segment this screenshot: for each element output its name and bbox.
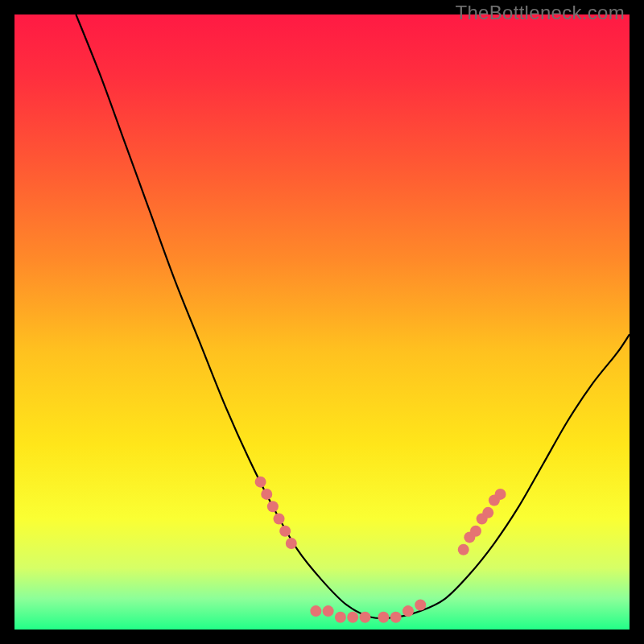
watermark-text: TheBottleneck.com — [455, 2, 625, 24]
highlight-dot — [335, 612, 346, 623]
highlight-dot — [470, 526, 481, 537]
highlight-dot — [378, 612, 389, 623]
highlight-dot — [323, 605, 334, 617]
highlight-dot — [255, 477, 266, 488]
highlight-dot — [415, 599, 426, 610]
highlight-dot — [267, 501, 279, 512]
highlight-dot — [274, 513, 285, 524]
highlight-dot — [261, 489, 272, 500]
bottleneck-chart — [14, 14, 630, 630]
highlight-dot — [279, 526, 291, 537]
highlight-dot — [495, 489, 506, 500]
highlight-dot — [286, 538, 297, 549]
highlight-dot — [347, 612, 358, 623]
highlight-dot — [359, 612, 370, 623]
highlight-dot — [402, 605, 414, 617]
highlight-dot — [482, 507, 493, 518]
highlight-dot — [390, 612, 402, 623]
gradient-background — [14, 14, 630, 630]
chart-frame — [14, 14, 630, 630]
highlight-dot — [310, 605, 321, 617]
highlight-dot — [458, 544, 469, 555]
